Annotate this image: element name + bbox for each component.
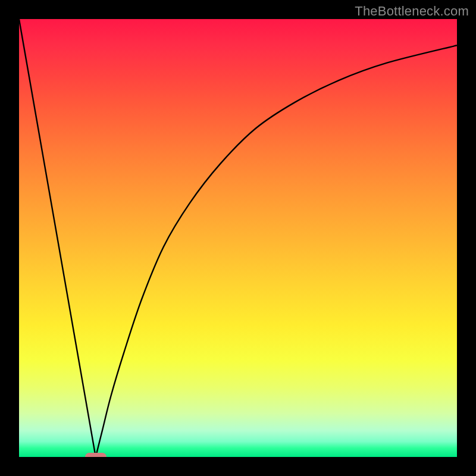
left-slope-line [19, 19, 96, 457]
curve-layer [19, 19, 457, 457]
plot-area [19, 19, 457, 457]
watermark-text: TheBottleneck.com [355, 4, 469, 19]
chart-frame: TheBottleneck.com [0, 0, 476, 476]
right-curve-line [96, 45, 457, 457]
trough-marker [85, 453, 107, 457]
